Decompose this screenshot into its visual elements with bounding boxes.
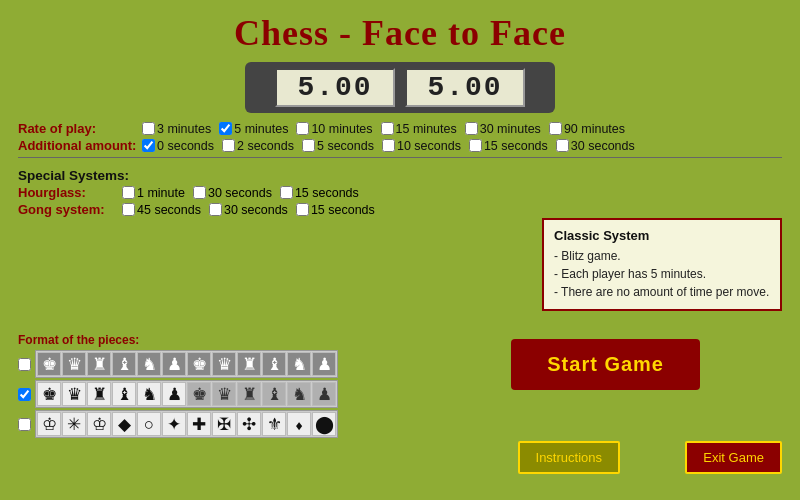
piece-cell: ✚ [187, 412, 211, 436]
hourglass-30sec[interactable]: 30 seconds [193, 186, 272, 200]
add-30sec[interactable]: 30 seconds [556, 139, 635, 153]
rate-90min[interactable]: 90 minutes [549, 122, 625, 136]
instructions-button[interactable]: Instructions [518, 441, 620, 474]
rate-30min-check[interactable] [465, 122, 478, 135]
hourglass-label: Hourglass: [18, 185, 118, 200]
add-15sec-check[interactable] [469, 139, 482, 152]
piece-cell: ⚜ [262, 412, 286, 436]
divider [18, 157, 782, 158]
piece-cell: ♜ [237, 352, 261, 376]
hourglass-1min-check[interactable] [122, 186, 135, 199]
piece-row-2: ♚ ♛ ♜ ♝ ♞ ♟ ♚ ♛ ♜ ♝ ♞ ♟ [18, 380, 338, 408]
piece-cell: ◆ [112, 412, 136, 436]
hourglass-15sec[interactable]: 15 seconds [280, 186, 359, 200]
piece-row-2-check[interactable] [18, 388, 31, 401]
piece-cell: ♟ [162, 382, 186, 406]
piece-cell: ⬤ [312, 412, 336, 436]
gong-45sec[interactable]: 45 seconds [122, 203, 201, 217]
rate-3min-label: 3 minutes [157, 122, 211, 136]
piece-cell: ♞ [137, 382, 161, 406]
special-systems-title: Special Systems: [18, 168, 782, 183]
rate-15min[interactable]: 15 minutes [381, 122, 457, 136]
add-10sec-label: 10 seconds [397, 139, 461, 153]
piece-cell: ♝ [262, 352, 286, 376]
rate-of-play-row: Rate of play: 3 minutes 5 minutes 10 min… [18, 121, 782, 136]
piece-cell: ✣ [237, 412, 261, 436]
rate-30min[interactable]: 30 minutes [465, 122, 541, 136]
add-5sec[interactable]: 5 seconds [302, 139, 374, 153]
classic-bullet-1: - Blitz game. [554, 247, 770, 265]
gong-row: Gong system: 45 seconds 30 seconds 15 se… [18, 202, 782, 217]
piece-cell: ♛ [212, 382, 236, 406]
add-5sec-check[interactable] [302, 139, 315, 152]
rate-10min[interactable]: 10 minutes [296, 122, 372, 136]
rate-15min-label: 15 minutes [396, 122, 457, 136]
piece-cell: ⬧ [287, 412, 311, 436]
rate-5min[interactable]: 5 minutes [219, 122, 288, 136]
hourglass-15sec-check[interactable] [280, 186, 293, 199]
add-10sec[interactable]: 10 seconds [382, 139, 461, 153]
piece-strip-2: ♚ ♛ ♜ ♝ ♞ ♟ ♚ ♛ ♜ ♝ ♞ ♟ [35, 380, 338, 408]
exit-game-button[interactable]: Exit Game [685, 441, 782, 474]
piece-strip-3: ♔ ✳ ♔ ◆ ○ ✦ ✚ ✠ ✣ ⚜ ⬧ ⬤ [35, 410, 338, 438]
rate-5min-label: 5 minutes [234, 122, 288, 136]
rate-10min-check[interactable] [296, 122, 309, 135]
gong-30sec[interactable]: 30 seconds [209, 203, 288, 217]
piece-cell: ○ [137, 412, 161, 436]
timer-player2: 5.00 [405, 68, 525, 107]
gong-45sec-label: 45 seconds [137, 203, 201, 217]
piece-cell: ✳ [62, 412, 86, 436]
classic-system-list: - Blitz game. - Each player has 5 minute… [554, 247, 770, 301]
timer-display: 5.00 5.00 [245, 62, 555, 113]
add-15sec[interactable]: 15 seconds [469, 139, 548, 153]
add-2sec-label: 2 seconds [237, 139, 294, 153]
add-10sec-check[interactable] [382, 139, 395, 152]
rate-90min-check[interactable] [549, 122, 562, 135]
start-game-button[interactable]: Start Game [511, 339, 700, 390]
gong-label: Gong system: [18, 202, 118, 217]
gong-30sec-check[interactable] [209, 203, 222, 216]
gong-15sec-check[interactable] [296, 203, 309, 216]
rate-3min[interactable]: 3 minutes [142, 122, 211, 136]
hourglass-15sec-label: 15 seconds [295, 186, 359, 200]
piece-cell: ♞ [137, 352, 161, 376]
piece-row-1-check[interactable] [18, 358, 31, 371]
gong-15sec[interactable]: 15 seconds [296, 203, 375, 217]
add-0sec-check[interactable] [142, 139, 155, 152]
format-area: Format of the pieces: ♚ ♛ ♜ ♝ ♞ ♟ ♚ ♛ ♜ … [18, 333, 338, 440]
hourglass-row: Hourglass: 1 minute 30 seconds 15 second… [18, 185, 782, 200]
rate-3min-check[interactable] [142, 122, 155, 135]
add-30sec-check[interactable] [556, 139, 569, 152]
piece-row-3: ♔ ✳ ♔ ◆ ○ ✦ ✚ ✠ ✣ ⚜ ⬧ ⬤ [18, 410, 338, 438]
piece-row-3-check[interactable] [18, 418, 31, 431]
piece-cell: ♟ [312, 352, 336, 376]
piece-cell: ♜ [87, 382, 111, 406]
hourglass-1min[interactable]: 1 minute [122, 186, 185, 200]
add-0sec[interactable]: 0 seconds [142, 139, 214, 153]
piece-cell: ♚ [37, 382, 61, 406]
piece-cell: ♜ [237, 382, 261, 406]
gong-30sec-label: 30 seconds [224, 203, 288, 217]
rate-label: Rate of play: [18, 121, 138, 136]
timer-player1: 5.00 [275, 68, 395, 107]
rate-15min-check[interactable] [381, 122, 394, 135]
piece-strip-1: ♚ ♛ ♜ ♝ ♞ ♟ ♚ ♛ ♜ ♝ ♞ ♟ [35, 350, 338, 378]
piece-cell: ♜ [87, 352, 111, 376]
piece-cell: ♛ [62, 352, 86, 376]
add-2sec[interactable]: 2 seconds [222, 139, 294, 153]
classic-bullet-2: - Each player has 5 minutes. [554, 265, 770, 283]
piece-row-1: ♚ ♛ ♜ ♝ ♞ ♟ ♚ ♛ ♜ ♝ ♞ ♟ [18, 350, 338, 378]
add-15sec-label: 15 seconds [484, 139, 548, 153]
rate-5min-check[interactable] [219, 122, 232, 135]
additional-amount-row: Additional amount: 0 seconds 2 seconds 5… [18, 138, 782, 153]
piece-cell: ♟ [312, 382, 336, 406]
add-2sec-check[interactable] [222, 139, 235, 152]
rate-10min-label: 10 minutes [311, 122, 372, 136]
additional-label: Additional amount: [18, 138, 138, 153]
hourglass-30sec-check[interactable] [193, 186, 206, 199]
piece-cell: ♛ [62, 382, 86, 406]
gong-45sec-check[interactable] [122, 203, 135, 216]
classic-system-box: Classic System - Blitz game. - Each play… [542, 218, 782, 311]
page-title: Chess - Face to Face [0, 0, 800, 54]
piece-cell: ♚ [37, 352, 61, 376]
